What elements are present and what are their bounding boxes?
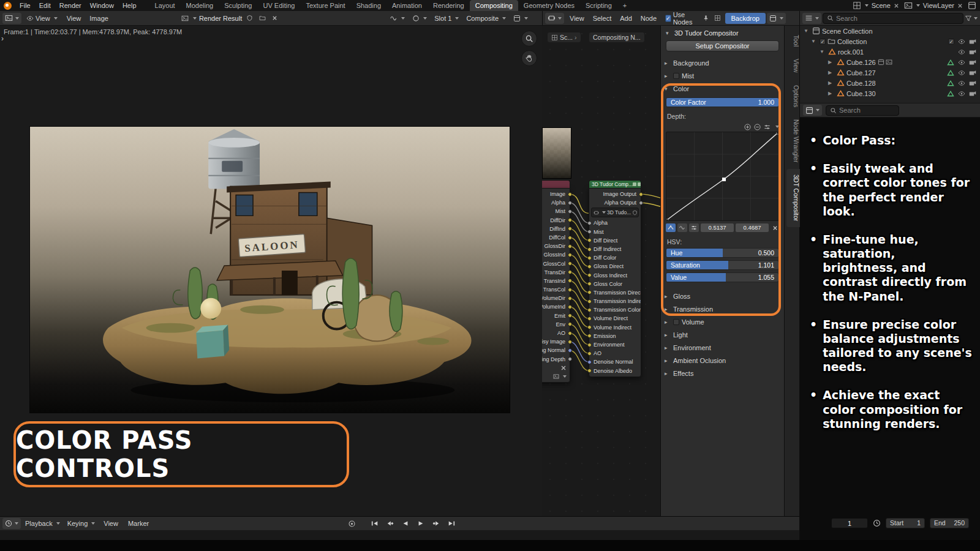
- workspace-tab[interactable]: Modeling: [181, 0, 219, 11]
- group-input-socket[interactable]: Denoise Albedo: [589, 367, 641, 375]
- panel-section-header[interactable]: ▸ Effects: [661, 367, 784, 380]
- viewlayer-field-stub[interactable]: [542, 372, 570, 381]
- socket-dot-icon[interactable]: [587, 369, 592, 373]
- outliner-row-scene-collection[interactable]: ▼ Scene Collection: [800, 26, 980, 36]
- workspace-tab[interactable]: Compositing: [470, 0, 518, 11]
- socket-dot-icon[interactable]: [587, 247, 592, 252]
- curve-x-value[interactable]: 0.5137: [701, 223, 734, 232]
- menu-item[interactable]: Help: [118, 0, 141, 11]
- menu-item[interactable]: Edit: [35, 0, 55, 11]
- render-slot-dropdown[interactable]: Slot 1: [431, 13, 462, 24]
- group-input-socket[interactable]: Gloss Direct: [589, 262, 641, 271]
- sidebar-tab[interactable]: Node Wrangler: [786, 114, 800, 168]
- group-input-socket[interactable]: Volume Indirect: [589, 323, 641, 332]
- collection-checkbox[interactable]: ✓: [820, 39, 826, 45]
- node-output-socket[interactable]: GlossInd: [542, 250, 570, 259]
- menu-item[interactable]: File: [15, 0, 35, 11]
- outliner-row-collection[interactable]: ▼ ✓ Collection ✓: [800, 36, 980, 47]
- pin-icon[interactable]: [701, 13, 711, 23]
- image-datablock-selector[interactable]: Render Result: [181, 13, 279, 23]
- socket-dot-icon[interactable]: [568, 296, 572, 301]
- curve-widget[interactable]: 0.5137 0.4687: [666, 122, 779, 233]
- pan-hand-icon[interactable]: [521, 50, 537, 66]
- handle-auto-icon[interactable]: [677, 223, 687, 232]
- scene-field-stub[interactable]: [542, 364, 570, 372]
- socket-dot-icon[interactable]: [568, 261, 572, 266]
- curve-graph[interactable]: [666, 132, 779, 221]
- section-checkbox[interactable]: [673, 73, 679, 79]
- group-input-socket[interactable]: Gloss Color: [589, 280, 641, 288]
- zoom-in-icon[interactable]: [744, 124, 751, 130]
- next-keyframe-button[interactable]: [429, 518, 443, 528]
- node-output-socket[interactable]: Emit: [542, 312, 570, 320]
- editor-type-button[interactable]: [2, 518, 21, 529]
- color-factor-slider[interactable]: Color Factor 1.000: [666, 97, 779, 107]
- chevron-down-icon[interactable]: ▼: [804, 28, 810, 34]
- snapping-button[interactable]: [767, 13, 786, 24]
- socket-dot-icon[interactable]: [568, 192, 572, 197]
- socket-dot-icon[interactable]: [568, 244, 572, 249]
- group-input-socket[interactable]: Environment: [589, 340, 641, 349]
- section-checkbox[interactable]: [673, 319, 679, 325]
- unlink-icon[interactable]: [270, 13, 279, 23]
- panel-title-row[interactable]: ▾ 3D Tudor Compositor: [661, 27, 784, 39]
- node-output-socket[interactable]: DiffInd: [542, 225, 570, 233]
- group-node[interactable]: 3D Tudor Comp... Image Output Alpha Outp…: [589, 180, 641, 377]
- socket-dot-icon[interactable]: [568, 357, 572, 361]
- socket-dot-icon[interactable]: [587, 334, 592, 338]
- socket-dot-icon[interactable]: [587, 264, 592, 269]
- group-input-socket[interactable]: Emission: [589, 332, 641, 340]
- socket-dot-icon[interactable]: [568, 340, 572, 344]
- workspace-tab[interactable]: Layout: [149, 0, 181, 11]
- group-input-socket[interactable]: Gloss Indirect: [589, 271, 641, 280]
- handle-free-icon[interactable]: [689, 223, 699, 232]
- chevron-right-icon[interactable]: ▶: [828, 59, 835, 65]
- sidebar-tab[interactable]: View: [786, 53, 800, 78]
- open-image-icon[interactable]: [257, 13, 268, 23]
- curve-point[interactable]: [722, 178, 726, 181]
- keying-dropdown[interactable]: Keying: [64, 518, 99, 529]
- group-input-socket[interactable]: Diff Direct: [589, 236, 641, 245]
- parent-node-icon[interactable]: [712, 13, 723, 23]
- group-input-socket[interactable]: AO: [589, 349, 641, 358]
- chevron-down-icon[interactable]: [775, 126, 779, 128]
- curve-y-value[interactable]: 0.4687: [736, 223, 769, 232]
- render-camera-icon[interactable]: [969, 80, 976, 87]
- menu-item[interactable]: Render: [55, 0, 86, 11]
- group-input-socket[interactable]: Diff Color: [589, 253, 641, 262]
- render-camera-icon[interactable]: [969, 59, 976, 66]
- socket-dot-icon[interactable]: [587, 325, 592, 329]
- panel-section-header[interactable]: ▸ Mist: [661, 69, 784, 82]
- outliner-row-object[interactable]: ▶ Cube.128: [800, 78, 980, 88]
- breadcrumb-node-tree[interactable]: Compositing N...: [589, 32, 645, 43]
- socket-dot-icon[interactable]: [568, 218, 572, 222]
- hide-eye-icon[interactable]: [958, 59, 965, 66]
- render-layers-node-header[interactable]: [542, 180, 570, 188]
- render-camera-icon[interactable]: [969, 48, 976, 56]
- group-input-socket[interactable]: Transmission Direct: [589, 288, 641, 297]
- properties-search[interactable]: [826, 105, 899, 116]
- node-output-socket[interactable]: TransCol: [542, 285, 570, 294]
- node-output-socket[interactable]: Image: [542, 190, 570, 198]
- node-output-socket[interactable]: VolumeDir: [542, 294, 570, 302]
- jump-to-start-button[interactable]: [368, 518, 382, 528]
- socket-dot-icon[interactable]: [568, 236, 572, 240]
- sidebar-tab[interactable]: Options: [786, 80, 800, 113]
- group-input-socket[interactable]: Mist: [589, 228, 641, 236]
- scene-name[interactable]: Scene: [870, 2, 892, 9]
- play-reverse-button[interactable]: [398, 518, 412, 528]
- start-frame-field[interactable]: Start1: [886, 518, 925, 528]
- outliner-row-object[interactable]: ▶ Cube.130: [800, 88, 980, 99]
- socket-dot-icon[interactable]: [568, 209, 572, 214]
- use-nodes-checkbox[interactable]: ✓Use Nodes: [662, 13, 699, 24]
- value-slider[interactable]: Value 1.055: [666, 272, 779, 282]
- socket-dot-icon[interactable]: [587, 230, 592, 234]
- group-node-header[interactable]: 3D Tudor Comp...: [589, 180, 641, 188]
- curve-options-icon[interactable]: [764, 124, 771, 130]
- socket-dot-icon[interactable]: [587, 343, 592, 347]
- node-output-socket[interactable]: DiffCol: [542, 233, 570, 242]
- breadcrumb-scene[interactable]: Sc...›: [547, 32, 581, 43]
- scene-icon[interactable]: [853, 1, 861, 10]
- group-input-socket[interactable]: Alpha: [589, 219, 641, 227]
- menu-item[interactable]: Window: [86, 0, 118, 11]
